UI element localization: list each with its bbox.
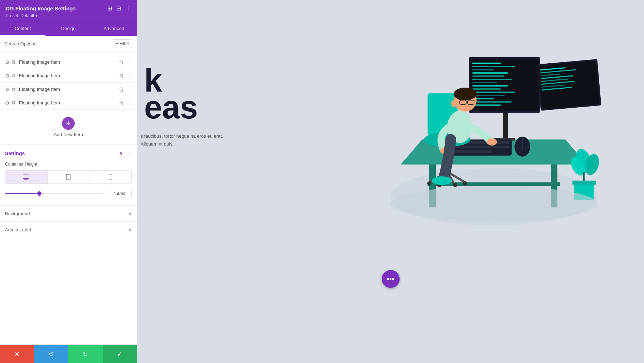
section-more-icon[interactable]: ⋮ [127, 151, 132, 156]
redo-icon: ↻ [83, 350, 88, 358]
section-collapse-icon[interactable]: ∧ [119, 150, 123, 157]
mobile-device-btn[interactable] [89, 171, 131, 183]
background-section: Background ∨ [0, 205, 137, 221]
floating-menu-button[interactable]: ••• [382, 270, 400, 288]
trash-icon[interactable]: 🗑 [119, 100, 124, 106]
cancel-button[interactable]: ✕ [0, 345, 34, 363]
svg-point-56 [453, 183, 457, 187]
list-item: ⚙ ⧉ Floating Image Item 🗑 ⋮ [0, 83, 137, 96]
list-item: ⚙ ⧉ Floating Image Item 🗑 ⋮ [0, 96, 137, 110]
svg-rect-28 [472, 101, 512, 103]
gear-icon[interactable]: ⚙ [5, 73, 10, 79]
desktop-device-btn[interactable] [5, 171, 48, 183]
item-label: Floating Image Item [19, 100, 115, 106]
panel-tabs: Content Design Advanced [0, 22, 137, 36]
settings-panel: DG Floating Image Settings ⊞ ⊟ ⋮ Preset:… [0, 0, 137, 363]
add-new-item-button[interactable]: + Add New Item [0, 110, 137, 144]
layout-icon[interactable]: ⊟ [116, 5, 121, 12]
svg-rect-22 [472, 82, 497, 83]
copy-icon[interactable]: ⧉ [12, 73, 15, 79]
item-actions: 🗑 ⋮ [119, 87, 132, 92]
copy-icon[interactable]: ⧉ [12, 100, 15, 106]
item-icons: ⚙ ⧉ [5, 100, 15, 106]
svg-rect-24 [472, 88, 501, 90]
add-label: Add New Item [54, 132, 83, 137]
dots-icon[interactable]: ⋮ [127, 59, 132, 65]
copy-icon[interactable]: ⧉ [12, 86, 15, 92]
svg-rect-68 [572, 181, 596, 185]
filter-button[interactable]: + Filter [113, 39, 132, 48]
svg-rect-0 [23, 175, 29, 178]
item-icons: ⚙ ⧉ [5, 73, 15, 79]
list-item: ⚙ ⧉ Floating Image Item 🗑 ⋮ [0, 69, 137, 83]
admin-label-header[interactable]: Admin Label ∨ [5, 227, 132, 232]
settings-icon[interactable]: ⊞ [107, 5, 112, 12]
svg-rect-43 [449, 150, 492, 153]
copy-icon[interactable]: ⧉ [12, 59, 15, 65]
undo-icon: ↺ [49, 350, 54, 358]
dots-icon[interactable]: ⋮ [127, 100, 132, 106]
gear-icon[interactable]: ⚙ [5, 59, 10, 65]
svg-rect-23 [472, 85, 508, 87]
item-actions: 🗑 ⋮ [119, 100, 132, 106]
svg-point-54 [463, 181, 467, 186]
cancel-icon: ✕ [14, 350, 20, 358]
svg-rect-1 [25, 178, 27, 179]
svg-rect-42 [449, 146, 510, 148]
trash-icon[interactable]: 🗑 [119, 87, 124, 92]
item-label: Floating Image Item [19, 73, 115, 78]
svg-rect-18 [472, 69, 494, 70]
tab-content[interactable]: Content [0, 22, 45, 36]
svg-rect-21 [472, 79, 512, 80]
item-icons: ⚙ ⧉ [5, 86, 15, 92]
tablet-device-btn[interactable] [48, 171, 90, 183]
gear-icon[interactable]: ⚙ [5, 87, 10, 92]
canvas-text-eas: eas [144, 91, 198, 123]
item-label: Floating Image Item [19, 59, 115, 65]
illustration [372, 21, 615, 236]
svg-point-4 [68, 179, 69, 180]
svg-rect-25 [472, 92, 515, 93]
svg-rect-20 [472, 75, 504, 77]
search-input[interactable] [4, 41, 110, 46]
add-circle-icon: + [62, 117, 75, 130]
panel-search-bar: + Filter [0, 36, 137, 52]
svg-rect-29 [472, 104, 501, 106]
panel-header-top: DG Floating Image Settings ⊞ ⊟ ⋮ [6, 5, 131, 12]
redo-button[interactable]: ↻ [68, 345, 103, 363]
floating-dots-icon: ••• [387, 275, 394, 283]
slider-track[interactable] [5, 193, 103, 194]
preset-label[interactable]: Preset: Default ▾ [6, 13, 131, 18]
desk-shadow [390, 186, 597, 222]
svg-rect-2 [24, 179, 28, 180]
panel-content: ⚙ ⧉ Floating Image Item 🗑 ⋮ ⚙ ⧉ Floating… [0, 52, 137, 344]
svg-rect-12 [503, 111, 508, 139]
save-button[interactable]: ✓ [103, 345, 137, 363]
panel-header-icons: ⊞ ⊟ ⋮ [107, 5, 131, 12]
svg-point-65 [487, 138, 497, 146]
settings-section: Settings ∧ ⋮ Container Height [0, 144, 137, 198]
undo-button[interactable]: ↺ [34, 345, 69, 363]
slider-value[interactable]: 450px [107, 189, 132, 198]
dots-icon[interactable]: ⋮ [127, 73, 132, 79]
save-icon: ✓ [117, 350, 122, 358]
tab-design[interactable]: Design [45, 22, 91, 36]
panel-header: DG Floating Image Settings ⊞ ⊟ ⋮ Preset:… [0, 0, 137, 22]
item-actions: 🗑 ⋮ [119, 73, 132, 79]
settings-title: Settings [5, 151, 25, 156]
trash-icon[interactable]: 🗑 [119, 73, 124, 79]
more-icon[interactable]: ⋮ [125, 5, 131, 12]
section-header: Settings ∧ ⋮ [5, 150, 132, 157]
slider-row: 450px [5, 189, 132, 198]
canvas-body-text: s faucibus, tortor neque na eros eu erat… [141, 132, 234, 148]
device-selector [5, 170, 132, 184]
admin-label-text: Admin Label [5, 227, 31, 232]
dots-icon[interactable]: ⋮ [127, 87, 132, 92]
tab-advanced[interactable]: Advanced [91, 22, 137, 36]
background-header[interactable]: Background ∨ [5, 211, 132, 216]
svg-point-59 [454, 88, 477, 100]
gear-icon[interactable]: ⚙ [5, 100, 10, 106]
slider-thumb[interactable] [36, 191, 42, 196]
background-label: Background [5, 211, 30, 216]
trash-icon[interactable]: 🗑 [119, 59, 124, 65]
